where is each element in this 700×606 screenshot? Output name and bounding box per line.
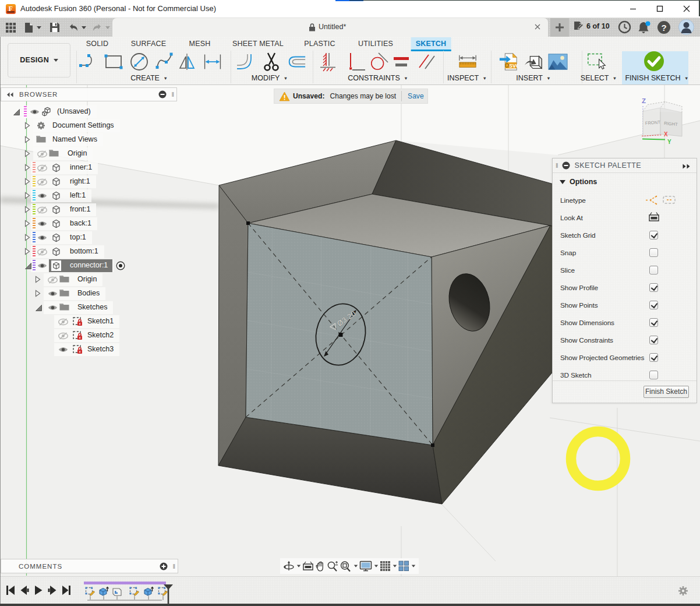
visibility-off-icon[interactable] (48, 276, 58, 284)
browser-row-named-views[interactable]: Named Views (0, 133, 186, 147)
browser-grip[interactable]: ‖ (171, 91, 174, 98)
tree-expanded-icon[interactable] (35, 304, 43, 312)
palette-minimize-icon[interactable] (562, 161, 570, 170)
visibility-on-icon[interactable] (37, 262, 47, 269)
visibility-off-icon[interactable] (37, 178, 47, 186)
browser-row-origin[interactable]: Origin (0, 147, 186, 161)
notifications-button[interactable] (637, 20, 652, 37)
insert-svg-button[interactable]: SVG (499, 52, 518, 72)
workspace-selector[interactable]: DESIGN (8, 43, 70, 77)
checkbox-snap[interactable] (649, 248, 658, 257)
browser-row-label[interactable]: (Unsaved) (57, 107, 91, 115)
minimize-button[interactable] (620, 0, 646, 17)
browser-row-back-1[interactable]: back:1 (0, 217, 186, 231)
browser-row-sketches[interactable]: Sketches (0, 301, 186, 315)
browser-row-label[interactable]: Named Views (52, 135, 97, 143)
look-at-button[interactable] (302, 561, 314, 571)
tree-collapsed-icon[interactable] (24, 192, 30, 199)
save-link[interactable]: Save (408, 92, 424, 100)
browser-row-label[interactable]: bottom:1 (70, 247, 98, 255)
browser-row-label[interactable]: top:1 (70, 233, 86, 241)
tool-dimension-button[interactable] (203, 52, 222, 72)
browser-row-label[interactable]: front:1 (70, 205, 90, 213)
document-tab[interactable]: Untitled* (112, 18, 548, 37)
look-at-icon[interactable] (648, 212, 660, 222)
display-settings-button[interactable] (359, 561, 379, 572)
browser-row-label[interactable]: right:1 (70, 177, 90, 185)
checkbox-sketch-grid[interactable] (649, 231, 658, 239)
timeline-step-back-button[interactable] (20, 585, 29, 598)
pan-hand-button[interactable] (315, 561, 326, 572)
tree-collapsed-icon[interactable] (24, 248, 30, 255)
tool-select-button[interactable] (587, 52, 607, 72)
zoom-window-button[interactable] (340, 561, 358, 572)
tree-collapsed-icon[interactable] (35, 276, 41, 283)
timeline-skip-start-button[interactable] (6, 585, 15, 598)
browser-row-label[interactable]: Bodies (77, 289, 100, 297)
orbit-button[interactable] (283, 561, 301, 572)
tree-collapsed-icon[interactable] (24, 136, 30, 143)
tree-collapsed-icon[interactable] (24, 178, 30, 185)
tool-offset-button[interactable] (287, 52, 306, 72)
browser-row-top-1[interactable]: top:1 (0, 231, 186, 245)
ribbon-tab-mesh[interactable]: MESH (185, 37, 215, 51)
constraint-vertical-horizontal-button[interactable] (347, 52, 366, 72)
construction-linetype-icon[interactable] (645, 195, 657, 206)
browser-row-label[interactable]: connector:1 (70, 261, 108, 269)
browser-row-left-1[interactable]: left:1 (0, 189, 186, 203)
job-status[interactable]: 6 of 10 (574, 21, 610, 31)
tool-circle-button[interactable] (129, 52, 149, 72)
tree-collapsed-icon[interactable] (24, 206, 30, 213)
insert-canvas-button[interactable] (548, 52, 568, 72)
checkbox-show-constraints[interactable] (649, 336, 658, 344)
visibility-on-icon[interactable] (30, 108, 40, 115)
redo-button[interactable] (92, 20, 110, 34)
visibility-on-icon[interactable] (37, 234, 47, 241)
visibility-on-icon[interactable] (48, 304, 58, 311)
browser-panel-header[interactable]: BROWSER ‖ (1, 87, 177, 101)
constraint-tangent-button[interactable] (369, 52, 389, 72)
browser-row-label[interactable]: Document Settings (52, 121, 114, 129)
browser-minimize-icon[interactable] (158, 90, 167, 98)
visibility-on-icon[interactable] (37, 192, 47, 199)
browser-row-label[interactable]: Sketch3 (87, 345, 114, 353)
tool-rectangle-button[interactable] (104, 52, 123, 72)
tool-fillet-button[interactable] (236, 52, 256, 72)
browser-row-label[interactable]: Origin (77, 275, 97, 283)
browser-row-right-1[interactable]: right:1 (0, 175, 186, 189)
visibility-off-icon[interactable] (58, 318, 68, 326)
tool-line-button[interactable] (78, 52, 98, 72)
timeline-marker[interactable] (163, 584, 174, 604)
palette-expand-icon[interactable] (682, 164, 691, 169)
undo-button[interactable] (68, 20, 86, 34)
group-label-constraints[interactable]: CONSTRAINTS ▼ (348, 74, 408, 82)
ribbon-tab-plastic[interactable]: PLASTIC (299, 37, 340, 51)
zoom-button[interactable] (327, 561, 339, 572)
group-label-insert[interactable]: INSERT ▼ (516, 74, 550, 82)
timeline-skip-end-button[interactable] (62, 585, 71, 598)
ribbon-tab-solid[interactable]: SOLID (82, 37, 114, 51)
save-button[interactable] (50, 20, 59, 34)
timeline-play-button[interactable] (34, 585, 43, 598)
comments-bar[interactable]: COMMENTS ‖ (1, 559, 178, 573)
tree-collapsed-icon[interactable] (24, 234, 30, 241)
visibility-off-icon[interactable] (37, 206, 47, 214)
browser-row-label[interactable]: left:1 (70, 191, 86, 199)
sketch-face[interactable]: Ø3.20 (246, 221, 434, 447)
app-grid-button[interactable] (6, 20, 16, 34)
tree-collapsed-icon[interactable] (24, 150, 30, 157)
tool-spline-button[interactable] (155, 52, 175, 72)
tree-expanded-icon[interactable] (13, 108, 20, 116)
checkbox-3d-sketch[interactable] (649, 371, 658, 379)
ribbon-tab-sheet-metal[interactable]: SHEET METAL (228, 37, 288, 51)
browser-row--unsaved-[interactable]: (Unsaved) (0, 105, 186, 119)
new-tab-button[interactable] (550, 18, 569, 37)
timeline-group-bar[interactable] (84, 582, 166, 584)
add-comment-icon[interactable] (160, 562, 168, 570)
checkbox-show-projected-geometries[interactable] (649, 353, 658, 362)
browser-row-sketch1[interactable]: Sketch1 (0, 315, 186, 329)
tree-collapsed-icon[interactable] (24, 164, 30, 171)
visibility-on-icon[interactable] (58, 346, 68, 353)
checkbox-show-dimensions[interactable] (649, 318, 658, 327)
timeline-step-forward-button[interactable] (48, 585, 57, 598)
